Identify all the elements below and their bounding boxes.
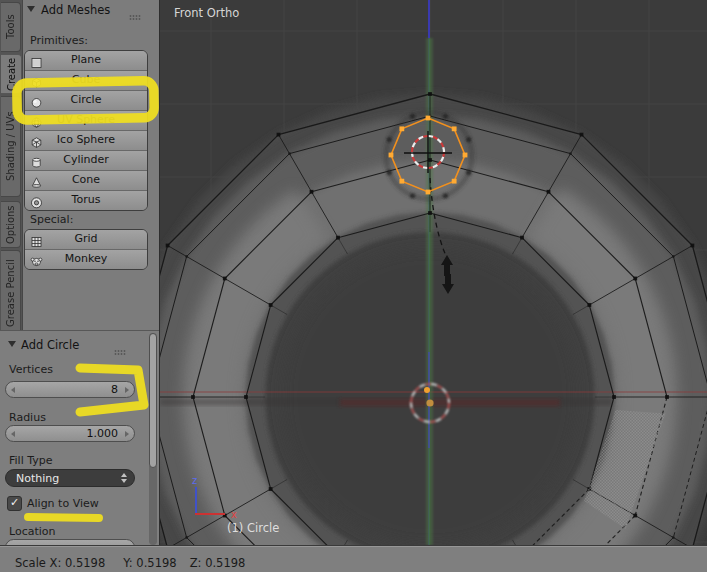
panel-drag-dots-icon[interactable]	[129, 6, 141, 25]
3d-viewport[interactable]: Front Ortho (1) Circle z x	[160, 0, 707, 545]
toolshelf-tab-strip: ToolsCreateShading / UVsOptionsGrease Pe…	[0, 0, 23, 338]
tool-shelf: ToolsCreateShading / UVsOptionsGrease Pe…	[0, 0, 160, 545]
cone-button[interactable]: Cone	[25, 170, 147, 190]
button-label: UV Sphere	[25, 113, 147, 126]
circle-button[interactable]: Circle	[25, 90, 147, 110]
location-label: Location	[9, 525, 56, 538]
tab-options[interactable]: Options	[1, 201, 21, 248]
panel-scrollbar-thumb[interactable]	[149, 333, 157, 468]
add-circle-panel-header[interactable]: Add Circle	[0, 337, 160, 353]
view-name-label: Front Ortho	[174, 6, 239, 20]
panel-title: Add Meshes	[41, 3, 110, 17]
monkey-button[interactable]: Monkey	[25, 249, 147, 269]
align-to-view-checkbox[interactable]: ✓	[7, 496, 22, 511]
button-label: Ico Sphere	[25, 133, 147, 146]
cylinder-button[interactable]: Cylinder	[25, 150, 147, 170]
slider-left-arrow-icon[interactable]	[11, 387, 15, 393]
button-label: Cylinder	[25, 153, 147, 166]
uv-sphere-button[interactable]: UV Sphere	[25, 110, 147, 130]
slider-value: 1.000	[87, 427, 119, 440]
cube-button[interactable]: Cube	[25, 70, 147, 90]
ico-sphere-button[interactable]: Ico Sphere	[25, 130, 147, 150]
button-label: Plane	[25, 53, 147, 66]
dropdown-up-arrow-icon	[121, 473, 127, 477]
scale-y-readout: Y: 0.5198	[123, 556, 176, 570]
mini-axis-z-label: z	[192, 475, 197, 486]
button-label: Cone	[25, 173, 147, 186]
fill-type-label: Fill Type	[9, 454, 52, 467]
primitive-buttons: PlaneCubeCircleUV SphereIco SphereCylind…	[24, 50, 148, 211]
add-circle-panel: Add Circle Vertices8Radius1.000Fill Type…	[0, 330, 160, 546]
fill-type-dropdown[interactable]: Nothing	[5, 469, 135, 487]
slider-left-arrow-icon[interactable]	[11, 431, 15, 437]
status-bar: Scale X: 0.5198 Y: 0.5198 Z: 0.5198	[0, 545, 707, 572]
dropdown-value: Nothing	[16, 472, 59, 485]
align-to-view-label: Align to View	[27, 497, 99, 510]
panel-drag-dots-icon[interactable]	[114, 341, 126, 360]
collapse-triangle-icon	[8, 341, 16, 347]
panel-title: Add Circle	[21, 338, 79, 352]
add-meshes-panel-header[interactable]: Add Meshes	[0, 2, 160, 18]
scale-x-readout: Scale X: 0.5198	[15, 556, 105, 570]
button-label: Circle	[25, 93, 147, 106]
radius-label: Radius	[9, 411, 46, 424]
special-label: Special:	[30, 213, 73, 226]
mini-axis-x-label: x	[231, 509, 237, 520]
plane-button[interactable]: Plane	[25, 51, 147, 70]
object-info-label: (1) Circle	[227, 521, 279, 535]
vertices-slider[interactable]: 8	[5, 381, 135, 398]
slider-value: 8	[111, 383, 118, 396]
vertices-label: Vertices	[9, 363, 53, 376]
button-label: Cube	[25, 73, 147, 86]
radius-slider[interactable]: 1.000	[5, 425, 135, 442]
tab-create[interactable]: Create	[1, 54, 22, 94]
button-label: Grid	[25, 232, 147, 245]
primitives-label: Primitives:	[30, 34, 88, 47]
slider-right-arrow-icon[interactable]	[125, 387, 129, 393]
tab-shading-uvs[interactable]: Shading / UVs	[1, 96, 21, 197]
torus-button[interactable]: Torus	[25, 190, 147, 210]
button-label: Monkey	[25, 252, 147, 265]
grid-button[interactable]: Grid	[25, 230, 147, 249]
scale-z-readout: Z: 0.5198	[190, 556, 246, 570]
collapse-triangle-icon	[27, 6, 35, 12]
dropdown-down-arrow-icon	[121, 479, 127, 483]
blender-window: ToolsCreateShading / UVsOptionsGrease Pe…	[0, 0, 707, 572]
tab-grease-pencil[interactable]: Grease Pencil	[1, 250, 21, 337]
slider-right-arrow-icon[interactable]	[125, 431, 129, 437]
special-buttons: GridMonkey	[24, 229, 148, 270]
button-label: Torus	[25, 193, 147, 206]
